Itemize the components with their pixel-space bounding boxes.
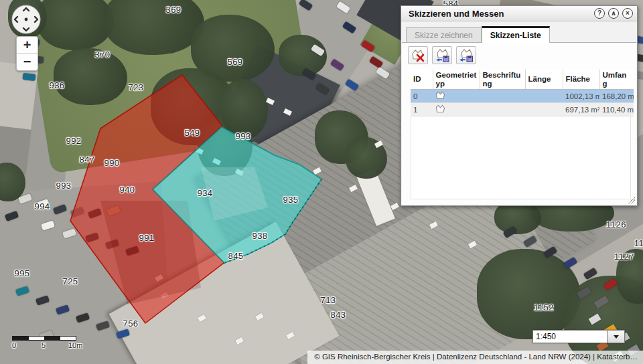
parcel-label: 756: [123, 318, 138, 329]
help-button[interactable]: ?: [594, 8, 605, 19]
panel-title: Skizzieren und Messen: [409, 9, 591, 19]
parcel-label: 938: [252, 231, 267, 241]
scale-dropdown-button[interactable]: [608, 330, 625, 343]
cell-flaeche: 697,13 m²: [563, 103, 599, 116]
column-geometrietyp[interactable]: Geometrietyp: [433, 70, 480, 90]
parcel-label: 723: [128, 82, 143, 92]
chevron-down-icon: [614, 335, 619, 339]
save-sketch-button[interactable]: [456, 46, 476, 64]
cell-laenge: [525, 90, 563, 103]
parcel-label: 11: [634, 238, 643, 248]
parcel-label: 936: [49, 80, 64, 90]
parcel-label: 990: [104, 158, 119, 168]
parcel-label: 843: [330, 310, 346, 320]
parcel-label: 993: [56, 181, 71, 191]
cell-beschriftung: [480, 90, 525, 103]
zoom-in-button[interactable]: +: [17, 37, 38, 54]
cell-id: 0: [411, 90, 433, 103]
parcel-label: 1152: [534, 302, 554, 312]
pan-control[interactable]: [11, 4, 42, 37]
panel-resize-handle[interactable]: [628, 197, 635, 203]
parcel-label: 994: [34, 201, 50, 211]
gis-application: 3695843705699367235499939928479909939409…: [0, 0, 643, 364]
parcel-label: 847: [79, 155, 94, 165]
column-id[interactable]: ID: [411, 70, 433, 90]
pan-center-dot: [25, 18, 28, 21]
parcel-label: 845: [228, 251, 243, 261]
column-laenge[interactable]: Länge: [525, 70, 563, 90]
panel-tabs: Skizze zeichnen Skizzen-Liste: [401, 21, 637, 42]
cell-umfang: 110,40 m: [599, 103, 634, 116]
sketch-toolbar: [402, 43, 636, 68]
zoom-out-button[interactable]: −: [17, 54, 38, 70]
parcel-label: 993: [235, 131, 251, 141]
sketch-list-table: ID Geometrietyp Beschriftung Länge Fläch…: [411, 70, 634, 116]
column-beschriftung[interactable]: Beschriftung: [480, 70, 525, 90]
scale-selector: 1:450: [532, 330, 625, 343]
cell-id: 1: [411, 103, 433, 116]
polygon-geometry-icon: [435, 91, 445, 100]
save-sketch-icon: [459, 49, 474, 62]
close-button[interactable]: ×: [622, 8, 633, 19]
cell-beschriftung: [480, 103, 525, 116]
parcel-label: 569: [227, 57, 242, 67]
parcel-label: 1127: [614, 252, 634, 262]
scale-bar-graphic: [12, 336, 76, 341]
tab-skizze-zeichnen[interactable]: Skizze zeichnen: [406, 27, 482, 42]
table-row[interactable]: 0 1002,13 m² 168,20 m: [411, 90, 634, 103]
load-sketch-icon: [435, 49, 449, 62]
parcel-label: 935: [283, 195, 298, 205]
table-row[interactable]: 1 697,13 m² 110,40 m: [411, 103, 634, 116]
collapse-button[interactable]: ∧: [608, 8, 619, 19]
polygon-geometry-icon: [435, 104, 445, 113]
column-flaeche[interactable]: Fläche: [563, 70, 599, 90]
delete-sketch-button[interactable]: [408, 46, 428, 64]
scale-label-10m: 10m: [68, 341, 82, 349]
table-header-row: ID Geometrietyp Beschriftung Länge Fläch…: [411, 70, 634, 90]
parcel-label: 995: [14, 268, 29, 278]
cell-geometry: [433, 90, 480, 103]
tab-skizzen-liste[interactable]: Skizzen-Liste: [482, 26, 550, 43]
parcel-label: 992: [66, 136, 81, 146]
parcel-label: 1126: [606, 219, 626, 230]
parcel-label: 549: [184, 128, 200, 138]
scale-label-0: 0: [12, 341, 16, 349]
panel-header[interactable]: Skizzieren und Messen ? ∧ ×: [401, 6, 637, 21]
parcel-label: 934: [197, 188, 212, 198]
parcel-label: 370: [94, 50, 110, 60]
load-sketch-button[interactable]: [432, 46, 452, 64]
cell-geometry: [433, 103, 480, 116]
parcel-label: 369: [165, 5, 181, 15]
delete-sketch-icon: [411, 49, 425, 62]
map-attribution: © GIS Rheinisch-Bergischer Kreis | Daten…: [307, 351, 643, 364]
scale-label-5: 5: [42, 341, 46, 349]
cell-laenge: [525, 103, 563, 116]
parcel-label: 940: [119, 185, 135, 195]
scale-input[interactable]: 1:450: [532, 330, 608, 343]
parcel-label: 725: [62, 276, 78, 286]
cell-umfang: 168,20 m: [599, 90, 634, 103]
scale-bar: 0 5 10m: [12, 336, 87, 350]
zoom-control: + −: [16, 36, 38, 71]
cell-flaeche: 1002,13 m²: [563, 90, 599, 103]
parcel-label: 713: [320, 295, 336, 305]
sketch-panel: Skizzieren und Messen ? ∧ × Skizze zeich…: [401, 5, 638, 206]
column-umfang[interactable]: Umfang: [599, 70, 634, 90]
panel-content: ID Geometrietyp Beschriftung Länge Fläch…: [402, 42, 636, 205]
parcel-label: 991: [139, 233, 154, 243]
